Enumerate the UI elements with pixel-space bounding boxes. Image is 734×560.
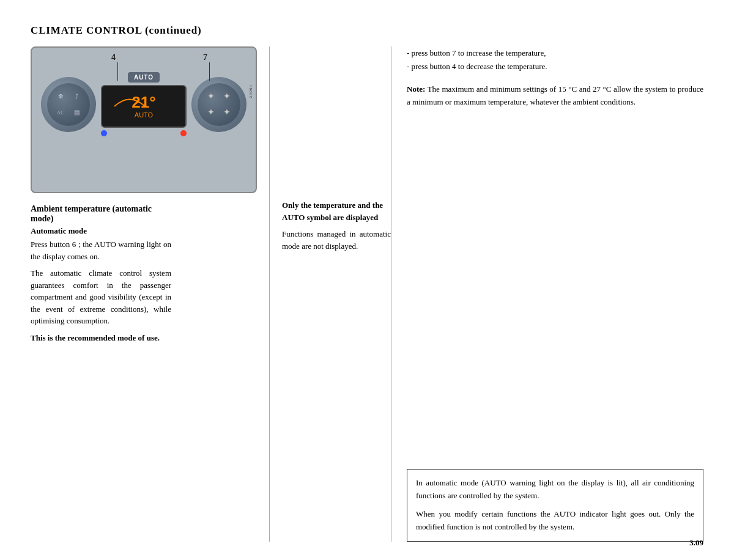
main-content: 4 7 23991 ❆ ⤴ AC ▤ [31,46,703,542]
middle-column: Only the temperature and the AUTO symbol… [269,46,391,542]
panel-label-4: 4 [111,53,116,62]
left-knob: ❆ ⤴ AC ▤ [41,77,96,132]
left-knob-inner: ❆ ⤴ AC ▤ [47,83,90,126]
page-number: 3.09 [689,538,703,548]
page: CLIMATE CONTROL (continued) 4 7 23991 [0,0,734,560]
note-text: The maximum and minimum settings of 15 °… [407,84,703,106]
right-knob-inner: ✦ ✦ ✦ ✦ [198,83,240,126]
left-column: 4 7 23991 ❆ ⤴ AC ▤ [31,46,269,542]
defrost-icon: ❆ [58,93,63,100]
panel-image: 4 7 23991 ❆ ⤴ AC ▤ [31,46,257,193]
panel-body: ❆ ⤴ AC ▤ AUTO [41,72,247,136]
fan-icon-4: ✦ [223,107,231,117]
barcode-area: 23991 [248,84,253,98]
display-arc [111,91,148,109]
automatic-mode-subtitle: Automatic mode [31,226,171,236]
temp-dot-red [180,130,187,136]
note-section: Note: The maximum and minimum settings o… [407,83,703,109]
display-screen: 21° AUTO [101,85,187,128]
middle-title: Only the temperature and the AUTO symbol… [282,199,391,223]
auto-mode-body1: Press button 6 ; the AUTO warning light … [31,238,171,262]
right-knob-icons: ✦ ✦ ✦ ✦ [204,89,234,120]
display-auto: AUTO [135,111,153,119]
bottom-text: Ambient temperature (automatic mode) Aut… [31,204,269,344]
fan-icon-2: ✦ [223,91,231,101]
right-column: - press button 7 to increase the tempera… [391,46,703,542]
note-label: Note: [407,84,425,94]
ambient-section-title: Ambient temperature (automatic mode) [31,204,171,224]
temp-slider [101,130,187,136]
info-box: In automatic mode (AUTO warning light on… [407,469,703,542]
bottom-left-text: Ambient temperature (automatic mode) Aut… [31,204,171,344]
instruction-2: - press button 4 to decrease the tempera… [407,60,703,73]
instruction-1: - press button 7 to increase the tempera… [407,46,703,60]
ac-label: AC [57,109,65,116]
arrow-7 [209,62,210,81]
fan-icon-1: ✦ [207,91,215,101]
page-title: CLIMATE CONTROL (continued) [31,24,202,36]
page-header: CLIMATE CONTROL (continued) [31,24,703,37]
auto-button-top[interactable]: AUTO [128,72,160,83]
fan-icon-3: ✦ [207,107,215,117]
right-knob: ✦ ✦ ✦ ✦ [191,77,247,132]
airflow-icon: ⤴ [75,93,78,100]
knob-icons: ❆ ⤴ AC ▤ [53,89,84,120]
middle-body: Functions managed in automatic mode are … [282,228,391,252]
auto-mode-body2: The automatic climate control system gua… [31,267,171,327]
recommended-text: This is the recommended mode of use. [31,332,171,344]
barcode-text: 23991 [248,84,253,98]
temp-dot-blue [101,130,107,136]
info-box-p2: When you modify certain functions the AU… [416,508,694,534]
center-display: AUTO 21° AUTO [101,72,187,136]
right-instructions: - press button 7 to increase the tempera… [407,46,703,73]
panel-label-7: 7 [203,53,207,62]
floor-icon: ▤ [74,109,80,116]
info-box-p1: In automatic mode (AUTO warning light on… [416,477,694,503]
